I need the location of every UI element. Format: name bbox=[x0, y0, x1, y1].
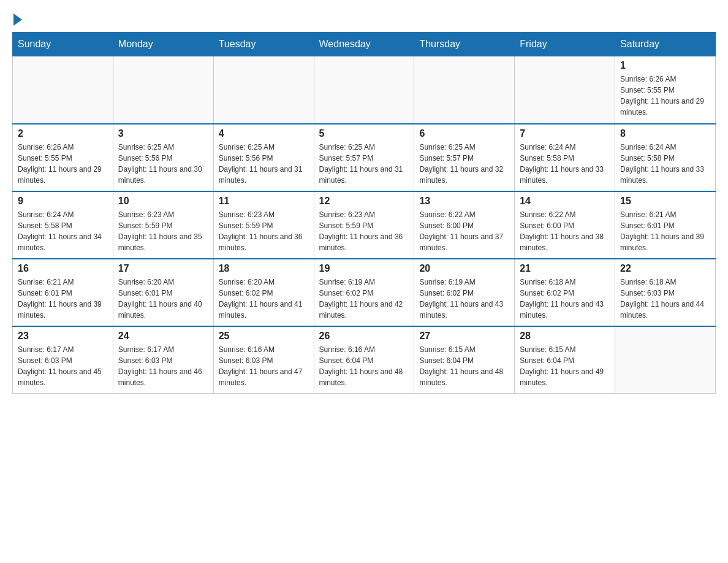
day-number: 27 bbox=[419, 331, 509, 342]
day-number: 26 bbox=[319, 331, 409, 342]
day-number: 23 bbox=[18, 331, 108, 342]
day-info: Sunrise: 6:26 AM Sunset: 5:55 PM Dayligh… bbox=[18, 142, 108, 186]
day-info: Sunrise: 6:25 AM Sunset: 5:56 PM Dayligh… bbox=[118, 142, 208, 186]
day-number: 21 bbox=[520, 263, 610, 274]
calendar-cell bbox=[414, 56, 515, 124]
calendar-cell: 22Sunrise: 6:18 AM Sunset: 6:03 PM Dayli… bbox=[615, 259, 716, 326]
calendar-cell: 17Sunrise: 6:20 AM Sunset: 6:01 PM Dayli… bbox=[113, 259, 213, 326]
page-header bbox=[12, 12, 716, 26]
calendar-table: SundayMondayTuesdayWednesdayThursdayFrid… bbox=[12, 32, 716, 394]
day-header-thursday: Thursday bbox=[414, 33, 515, 56]
calendar-cell bbox=[113, 56, 213, 124]
day-info: Sunrise: 6:24 AM Sunset: 5:58 PM Dayligh… bbox=[18, 209, 108, 253]
calendar-cell: 19Sunrise: 6:19 AM Sunset: 6:02 PM Dayli… bbox=[314, 259, 414, 326]
calendar-cell: 26Sunrise: 6:16 AM Sunset: 6:04 PM Dayli… bbox=[314, 326, 414, 394]
calendar-cell: 7Sunrise: 6:24 AM Sunset: 5:58 PM Daylig… bbox=[515, 124, 615, 191]
day-number: 8 bbox=[620, 128, 710, 139]
calendar-cell: 1Sunrise: 6:26 AM Sunset: 5:55 PM Daylig… bbox=[615, 56, 716, 124]
calendar-cell bbox=[615, 326, 716, 394]
calendar-cell: 11Sunrise: 6:23 AM Sunset: 5:59 PM Dayli… bbox=[213, 191, 314, 259]
day-number: 3 bbox=[118, 128, 208, 139]
day-info: Sunrise: 6:15 AM Sunset: 6:04 PM Dayligh… bbox=[419, 344, 509, 388]
calendar-cell: 8Sunrise: 6:24 AM Sunset: 5:58 PM Daylig… bbox=[615, 124, 716, 191]
day-number: 14 bbox=[520, 196, 610, 207]
calendar-cell: 5Sunrise: 6:25 AM Sunset: 5:57 PM Daylig… bbox=[314, 124, 414, 191]
day-header-sunday: Sunday bbox=[13, 33, 113, 56]
day-info: Sunrise: 6:18 AM Sunset: 6:03 PM Dayligh… bbox=[620, 277, 710, 321]
calendar-cell: 6Sunrise: 6:25 AM Sunset: 5:57 PM Daylig… bbox=[414, 124, 515, 191]
day-info: Sunrise: 6:23 AM Sunset: 5:59 PM Dayligh… bbox=[319, 209, 409, 253]
calendar-cell: 14Sunrise: 6:22 AM Sunset: 6:00 PM Dayli… bbox=[515, 191, 615, 259]
day-header-friday: Friday bbox=[515, 33, 615, 56]
calendar-cell: 24Sunrise: 6:17 AM Sunset: 6:03 PM Dayli… bbox=[113, 326, 213, 394]
day-number: 12 bbox=[319, 196, 409, 207]
calendar-cell: 27Sunrise: 6:15 AM Sunset: 6:04 PM Dayli… bbox=[414, 326, 515, 394]
day-info: Sunrise: 6:18 AM Sunset: 6:02 PM Dayligh… bbox=[520, 277, 610, 321]
calendar-cell: 20Sunrise: 6:19 AM Sunset: 6:02 PM Dayli… bbox=[414, 259, 515, 326]
day-info: Sunrise: 6:24 AM Sunset: 5:58 PM Dayligh… bbox=[520, 142, 610, 186]
day-number: 9 bbox=[18, 196, 108, 207]
day-info: Sunrise: 6:22 AM Sunset: 6:00 PM Dayligh… bbox=[520, 209, 610, 253]
calendar-header-row: SundayMondayTuesdayWednesdayThursdayFrid… bbox=[13, 33, 716, 56]
day-info: Sunrise: 6:21 AM Sunset: 6:01 PM Dayligh… bbox=[620, 209, 710, 253]
day-info: Sunrise: 6:19 AM Sunset: 6:02 PM Dayligh… bbox=[419, 277, 509, 321]
day-header-wednesday: Wednesday bbox=[314, 33, 414, 56]
day-info: Sunrise: 6:23 AM Sunset: 5:59 PM Dayligh… bbox=[118, 209, 208, 253]
day-info: Sunrise: 6:25 AM Sunset: 5:57 PM Dayligh… bbox=[419, 142, 509, 186]
logo bbox=[12, 12, 22, 26]
calendar-cell bbox=[515, 56, 615, 124]
calendar-cell: 9Sunrise: 6:24 AM Sunset: 5:58 PM Daylig… bbox=[13, 191, 113, 259]
day-info: Sunrise: 6:23 AM Sunset: 5:59 PM Dayligh… bbox=[219, 209, 309, 253]
day-number: 13 bbox=[419, 196, 509, 207]
calendar-cell bbox=[213, 56, 314, 124]
day-info: Sunrise: 6:19 AM Sunset: 6:02 PM Dayligh… bbox=[319, 277, 409, 321]
day-number: 25 bbox=[219, 331, 309, 342]
week-row-1: 1Sunrise: 6:26 AM Sunset: 5:55 PM Daylig… bbox=[13, 56, 716, 124]
calendar-cell: 25Sunrise: 6:16 AM Sunset: 6:03 PM Dayli… bbox=[213, 326, 314, 394]
calendar-cell bbox=[13, 56, 113, 124]
calendar-cell: 3Sunrise: 6:25 AM Sunset: 5:56 PM Daylig… bbox=[113, 124, 213, 191]
day-info: Sunrise: 6:25 AM Sunset: 5:57 PM Dayligh… bbox=[319, 142, 409, 186]
day-info: Sunrise: 6:20 AM Sunset: 6:01 PM Dayligh… bbox=[118, 277, 208, 321]
day-number: 15 bbox=[620, 196, 710, 207]
week-row-4: 16Sunrise: 6:21 AM Sunset: 6:01 PM Dayli… bbox=[13, 259, 716, 326]
calendar-cell: 18Sunrise: 6:20 AM Sunset: 6:02 PM Dayli… bbox=[213, 259, 314, 326]
day-number: 19 bbox=[319, 263, 409, 274]
day-info: Sunrise: 6:22 AM Sunset: 6:00 PM Dayligh… bbox=[419, 209, 509, 253]
day-number: 28 bbox=[520, 331, 610, 342]
week-row-5: 23Sunrise: 6:17 AM Sunset: 6:03 PM Dayli… bbox=[13, 326, 716, 394]
day-number: 1 bbox=[620, 60, 710, 71]
day-number: 16 bbox=[18, 263, 108, 274]
day-number: 18 bbox=[219, 263, 309, 274]
day-header-saturday: Saturday bbox=[615, 33, 716, 56]
day-number: 10 bbox=[118, 196, 208, 207]
calendar-cell: 16Sunrise: 6:21 AM Sunset: 6:01 PM Dayli… bbox=[13, 259, 113, 326]
day-header-monday: Monday bbox=[113, 33, 213, 56]
calendar-cell: 2Sunrise: 6:26 AM Sunset: 5:55 PM Daylig… bbox=[13, 124, 113, 191]
day-info: Sunrise: 6:16 AM Sunset: 6:04 PM Dayligh… bbox=[319, 344, 409, 388]
day-number: 22 bbox=[620, 263, 710, 274]
day-info: Sunrise: 6:17 AM Sunset: 6:03 PM Dayligh… bbox=[18, 344, 108, 388]
calendar-cell: 10Sunrise: 6:23 AM Sunset: 5:59 PM Dayli… bbox=[113, 191, 213, 259]
calendar-cell bbox=[314, 56, 414, 124]
day-number: 5 bbox=[319, 128, 409, 139]
day-info: Sunrise: 6:26 AM Sunset: 5:55 PM Dayligh… bbox=[620, 74, 710, 118]
day-info: Sunrise: 6:16 AM Sunset: 6:03 PM Dayligh… bbox=[219, 344, 309, 388]
day-info: Sunrise: 6:25 AM Sunset: 5:56 PM Dayligh… bbox=[219, 142, 309, 186]
calendar-cell: 13Sunrise: 6:22 AM Sunset: 6:00 PM Dayli… bbox=[414, 191, 515, 259]
day-info: Sunrise: 6:17 AM Sunset: 6:03 PM Dayligh… bbox=[118, 344, 208, 388]
week-row-2: 2Sunrise: 6:26 AM Sunset: 5:55 PM Daylig… bbox=[13, 124, 716, 191]
calendar-cell: 4Sunrise: 6:25 AM Sunset: 5:56 PM Daylig… bbox=[213, 124, 314, 191]
day-info: Sunrise: 6:15 AM Sunset: 6:04 PM Dayligh… bbox=[520, 344, 610, 388]
day-number: 20 bbox=[419, 263, 509, 274]
week-row-3: 9Sunrise: 6:24 AM Sunset: 5:58 PM Daylig… bbox=[13, 191, 716, 259]
calendar-cell: 28Sunrise: 6:15 AM Sunset: 6:04 PM Dayli… bbox=[515, 326, 615, 394]
day-number: 2 bbox=[18, 128, 108, 139]
logo-arrow-icon bbox=[13, 13, 22, 26]
day-number: 7 bbox=[520, 128, 610, 139]
day-number: 17 bbox=[118, 263, 208, 274]
day-number: 4 bbox=[219, 128, 309, 139]
day-info: Sunrise: 6:20 AM Sunset: 6:02 PM Dayligh… bbox=[219, 277, 309, 321]
day-info: Sunrise: 6:21 AM Sunset: 6:01 PM Dayligh… bbox=[18, 277, 108, 321]
calendar-cell: 23Sunrise: 6:17 AM Sunset: 6:03 PM Dayli… bbox=[13, 326, 113, 394]
